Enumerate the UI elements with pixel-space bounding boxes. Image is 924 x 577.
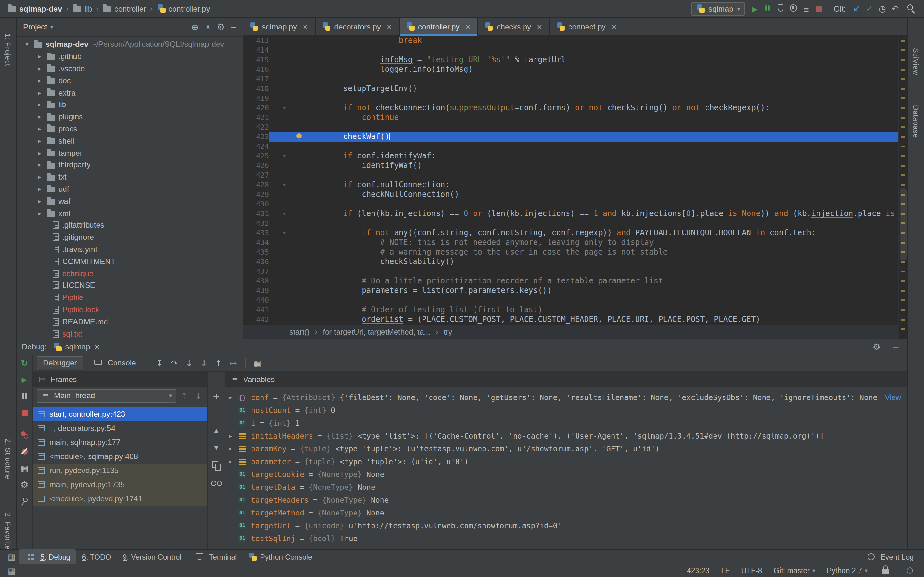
profiler-icon[interactable]	[787, 2, 800, 15]
line-number[interactable]: 417	[243, 74, 269, 84]
background-tasks-icon[interactable]	[903, 564, 916, 577]
step-out-icon[interactable]	[212, 356, 225, 369]
line-number[interactable]: 428	[243, 180, 269, 190]
fold-icon[interactable]: ▾	[283, 103, 286, 113]
run-icon[interactable]	[748, 3, 761, 16]
toolwindow-button-project[interactable]: 1: Project	[0, 23, 16, 77]
variable-row[interactable]: ▸parameter = {tuple} <type 'tuple'>: (u'…	[225, 455, 907, 468]
fold-icon[interactable]: ▾	[283, 180, 286, 190]
chevron-collapsed-icon[interactable]: ▸	[36, 162, 44, 168]
line-number[interactable]: 419	[243, 93, 269, 103]
tree-item-folder[interactable]: ▸procs	[17, 123, 242, 135]
code-line[interactable]: 420▾ if not checkConnection(suppressOutp…	[243, 103, 907, 113]
locate-icon[interactable]	[189, 21, 202, 33]
code-line[interactable]: 439 parameters = list(conf.parameters.ke…	[243, 286, 907, 295]
code-line[interactable]: 427	[243, 171, 907, 180]
chevron-collapsed-icon[interactable]: ▸	[36, 89, 44, 96]
view-breakpoints-icon[interactable]	[18, 428, 31, 441]
chevron-collapsed-icon[interactable]: ▸	[36, 102, 44, 108]
chevron-collapsed-icon[interactable]: ▸	[36, 198, 44, 205]
show-watches-icon[interactable]	[210, 476, 223, 489]
hide-icon[interactable]	[889, 340, 902, 353]
code-line[interactable]: 438 # Do a little prioritization reorder…	[243, 276, 907, 286]
debug-icon[interactable]	[761, 2, 774, 15]
tree-item-folder[interactable]: ▸plugins	[17, 111, 242, 123]
breadcrumb-item[interactable]: for targetUrl, targetMethod, ta...	[323, 327, 430, 336]
move-down-icon[interactable]	[210, 442, 223, 455]
line-number[interactable]: 414	[243, 45, 269, 55]
line-number[interactable]: 438	[243, 276, 269, 286]
variable-row[interactable]: ▸{}conf = {AttribDict} {'fileDest': None…	[225, 391, 907, 404]
editor-tab[interactable]: connect.py×	[549, 18, 624, 35]
chevron-collapsed-icon[interactable]: ▸	[36, 77, 44, 84]
lock-icon[interactable]	[879, 564, 892, 577]
line-number[interactable]: 429	[243, 190, 269, 199]
toolwindow-switcher-icon[interactable]	[5, 550, 18, 563]
toolwindow-button-database[interactable]: Database	[908, 92, 924, 151]
tree-item-file[interactable]: .gitignore	[17, 231, 242, 243]
collapse-icon[interactable]	[202, 21, 214, 33]
line-number[interactable]: 418	[243, 84, 269, 93]
line-number[interactable]: 437	[243, 267, 269, 276]
move-up-icon[interactable]	[210, 424, 223, 437]
commit-icon[interactable]	[863, 2, 876, 15]
close-icon[interactable]: ×	[536, 22, 543, 31]
code-line[interactable]: 417	[243, 74, 907, 84]
chevron-collapsed-icon[interactable]: ▸	[36, 65, 44, 72]
code-line[interactable]: 421 continue	[243, 113, 907, 122]
settings-icon[interactable]	[18, 478, 31, 491]
coverage-icon[interactable]	[774, 2, 787, 15]
variable-row[interactable]: ▸initialHeaders = {list} <type 'list'>: …	[225, 430, 907, 442]
chevron-collapsed-icon[interactable]: ▸	[229, 446, 237, 452]
fold-icon[interactable]: ▾	[283, 151, 286, 161]
line-number[interactable]: 425	[243, 151, 269, 161]
previous-frame-icon[interactable]	[178, 389, 191, 402]
code-line[interactable]: 413 break	[243, 36, 907, 45]
line-number[interactable]: 415	[243, 55, 269, 65]
code-line[interactable]: 437	[243, 267, 907, 276]
chevron-down-icon[interactable]: ▾	[50, 24, 53, 30]
tree-item-folder[interactable]: ▸waf	[17, 195, 242, 207]
chevron-collapsed-icon[interactable]: ▸	[36, 150, 44, 156]
remove-watch-icon[interactable]	[210, 407, 223, 420]
next-frame-icon[interactable]	[192, 389, 205, 402]
code-line[interactable]: 434 # NOTE: this is not needed anymore, …	[243, 238, 907, 247]
tree-item-file[interactable]: sql.txt	[17, 327, 242, 338]
add-watch-icon[interactable]	[210, 390, 223, 403]
tree-item-folder[interactable]: ▸extra	[17, 87, 242, 99]
toolwindow-quick-access-icon[interactable]	[5, 564, 18, 577]
chevron-collapsed-icon[interactable]: ▸	[36, 186, 44, 192]
step-into-icon[interactable]	[183, 356, 196, 369]
rerun-icon[interactable]	[18, 356, 31, 369]
code-line[interactable]: 422	[243, 122, 907, 132]
frame-row[interactable]: main, sqlmap.py:177	[33, 435, 207, 450]
view-link[interactable]: View	[877, 394, 901, 401]
variable-row[interactable]: 01testSqlInj = {bool} True	[225, 532, 907, 545]
caret-position[interactable]: 423:23	[687, 567, 709, 574]
frame-row[interactable]: main, pydevd.py:1735	[33, 478, 207, 492]
toolwindow-button-terminal[interactable]: Terminal	[188, 549, 242, 564]
tree-item-folder[interactable]: ▸thirdparty	[17, 159, 242, 171]
tree-item-file[interactable]: LICENSE	[17, 279, 242, 292]
line-number[interactable]: 434	[243, 238, 269, 247]
close-icon[interactable]: ×	[386, 22, 393, 31]
line-number[interactable]: 422	[243, 122, 269, 132]
thread-select[interactable]: MainThread ▾	[37, 389, 176, 402]
tree-item-file[interactable]: .gitattributes	[17, 219, 242, 231]
code-line[interactable]: 433▾ if not any((conf.string, conf.notSt…	[243, 228, 907, 238]
python-interpreter[interactable]: Python 2.7 ▾	[827, 567, 867, 574]
line-number[interactable]: 440	[243, 295, 269, 305]
tree-item-folder[interactable]: ▸tamper	[17, 147, 242, 159]
line-number[interactable]: 427	[243, 171, 269, 180]
code-line[interactable]: 428▾ if conf.nullConnection:	[243, 180, 907, 190]
toolwindow-button-python-console[interactable]: Python Console	[243, 549, 317, 564]
editor-tab[interactable]: checks.py×	[478, 18, 550, 35]
frame-row[interactable]: <module>, sqlmap.py:408	[33, 450, 207, 464]
line-number[interactable]: 426	[243, 161, 269, 171]
line-number[interactable]: 432	[243, 219, 269, 228]
chevron-collapsed-icon[interactable]: ▸	[229, 394, 237, 401]
tree-item-file[interactable]: README.md	[17, 316, 242, 328]
code-line[interactable]: 424	[243, 142, 907, 151]
close-icon[interactable]: ×	[94, 342, 100, 351]
frame-row[interactable]: <module>, pydevd.py:1741	[33, 492, 207, 506]
